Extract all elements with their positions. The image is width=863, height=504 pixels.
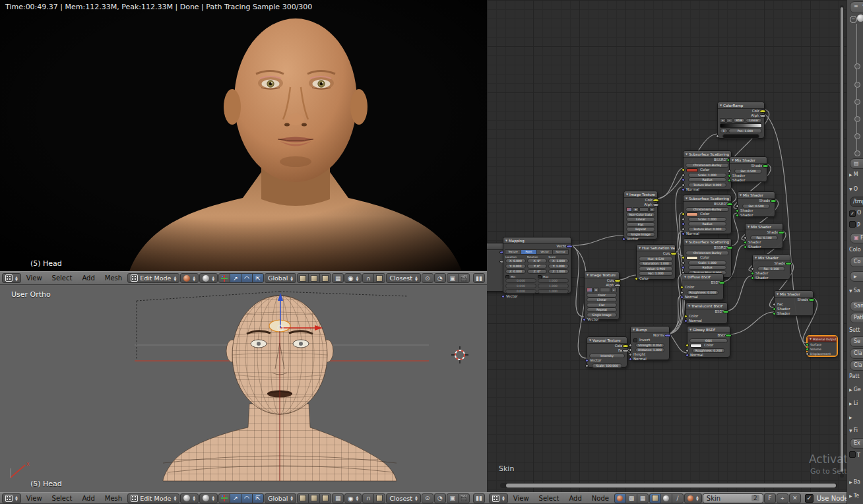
node-material-output[interactable]: ▼Material Output Surface Volume Displace… [807, 336, 837, 356]
scale-x-field[interactable]: X: 1.000 [548, 259, 569, 263]
node-subsurface-scattering-2[interactable]: ▼Subsurface Scattering BSSRDF Christense… [683, 195, 732, 234]
location-z-field[interactable]: Z: 0.000 [505, 269, 526, 274]
snap-element-button[interactable] [373, 493, 385, 503]
node-bump[interactable]: ▼Bump Normal Invert Strength: 0.050 Dist… [630, 326, 670, 360]
panel-geometry[interactable]: ▶Ge [849, 385, 863, 394]
material-name-field[interactable]: Skin 2 [703, 493, 763, 503]
socket-shader-out[interactable] [778, 231, 784, 234]
outliner-tree-dot[interactable] [854, 82, 860, 88]
menu-add[interactable]: Add [77, 495, 99, 502]
scale-slider[interactable]: Scale: 1.000 [688, 261, 726, 265]
socket-shader1-in[interactable] [736, 209, 739, 212]
manipulator-scale-button[interactable]: ⇱ [252, 273, 264, 283]
mapping-tab-point[interactable]: Point [521, 249, 537, 255]
location-y-field[interactable]: Y: 0.000 [505, 264, 526, 268]
transparent-checkbox[interactable]: T [849, 451, 863, 460]
outliner-tree-dot[interactable] [854, 99, 860, 105]
panel-collapsed[interactable]: ▶M [849, 170, 863, 179]
fac-slider[interactable]: Fac: 0.500 [734, 169, 762, 173]
socket-shader1-in[interactable] [744, 241, 747, 244]
socket-color-in[interactable] [635, 277, 638, 280]
socket-normal-in[interactable] [686, 354, 689, 357]
socket-fac-in[interactable] [751, 267, 754, 270]
snap-mode-dropdown[interactable]: Closest▲▼ [386, 273, 420, 283]
image-icon[interactable] [587, 288, 592, 292]
radius-field[interactable]: Radius [688, 177, 726, 182]
hue-slider[interactable]: Hue: 0.520 [639, 257, 673, 261]
render-still-button[interactable]: ▣ [447, 273, 459, 283]
image-open-button[interactable]: ▸ [649, 207, 655, 212]
color-swatch[interactable] [686, 168, 698, 172]
panel-output[interactable]: ▼O [849, 185, 863, 194]
manipulator-rotate-button[interactable]: ◠ [241, 273, 253, 283]
distance-slider[interactable]: Distance: 1.000 [635, 348, 664, 352]
render-animation-button[interactable]: 🎬 [458, 273, 470, 283]
face-select-button[interactable] [319, 493, 331, 503]
new-material-button[interactable]: ＋ [777, 493, 788, 503]
socket-color-out[interactable] [614, 279, 621, 282]
roughness-slider[interactable]: Roughness: 0.000 [687, 290, 719, 295]
node-hue-saturation-value[interactable]: ▼Hue Saturation Value Color Hue: 0.520 S… [636, 244, 676, 280]
invert-checkbox[interactable] [633, 338, 637, 342]
menu-select[interactable]: Select [48, 274, 77, 282]
render-animation-button[interactable]: 🎬 [458, 493, 470, 503]
node-subsurface-scattering-1[interactable]: ▼Subsurface Scattering BSSRDF Christense… [683, 150, 732, 190]
falloff-dropdown[interactable]: Christensen-Burley [686, 207, 729, 212]
vertex-select-button[interactable] [297, 273, 309, 283]
color-swatch[interactable] [690, 344, 702, 348]
outliner-tree-dot[interactable] [854, 133, 860, 139]
socket-color-in[interactable] [682, 168, 685, 172]
source-dropdown[interactable]: Single Image [587, 313, 617, 317]
node-mix-shader-5[interactable]: ▼Mix Shader Shader Fac Shader Shader [774, 290, 814, 316]
socket-shader2-in[interactable] [773, 312, 776, 315]
world-shader-button[interactable] [660, 493, 672, 503]
socket-vector-out[interactable] [566, 245, 573, 248]
socket-fac-out[interactable] [622, 349, 629, 352]
editor-type-button[interactable]: ▲▼ [2, 493, 21, 503]
scale-slider[interactable]: Scale: 100.000 [592, 363, 622, 368]
node-translucent-bsdf[interactable]: ▼Translucent BSDF BSDF Color Normal [686, 302, 728, 324]
socket-volume-in[interactable] [806, 348, 809, 351]
node-mix-shader-3[interactable]: ▼Mix Shader Shader Fac: 0.100 Shader Sha… [745, 223, 783, 249]
menu-select[interactable]: Select [534, 495, 564, 502]
outliner-editor-type-button[interactable]: ≡▲▼ [850, 1, 863, 13]
manipulator-axis-button[interactable] [218, 493, 230, 503]
fac-slider[interactable]: Fac: 0.100 [757, 267, 785, 271]
socket-alpha-out[interactable] [614, 284, 621, 287]
limit-visible-button[interactable]: ▦ [332, 493, 344, 503]
panel-collapsed-4[interactable]: ▶Te [849, 491, 863, 501]
menu-view[interactable]: View [509, 495, 534, 502]
vertical-scrollbar[interactable] [840, 5, 844, 478]
scale-y-field[interactable]: Y: 1.000 [548, 264, 569, 268]
image-name-field[interactable] [600, 288, 610, 292]
render-viewport[interactable]: Time:00:49.37 | Mem:112.33M, Peak:112.33… [0, 0, 487, 271]
outliner-tree-dot[interactable] [854, 63, 860, 69]
socket-vector-in[interactable] [585, 359, 589, 362]
menu-node[interactable]: Node [587, 495, 614, 502]
clamp-indirect-field[interactable]: Cla [850, 360, 863, 371]
properties-editor-type-button[interactable]: ▤ [850, 158, 863, 169]
viewport-shading-dropdown[interactable]: ▲▼ [180, 493, 199, 503]
snap-mode-dropdown[interactable]: Closest▲▼ [386, 493, 420, 503]
texture-blur-slider[interactable]: Texture Blur: 0.000 [688, 227, 726, 232]
panel-light-paths[interactable]: ▶Li [849, 399, 863, 408]
socket-color-out[interactable] [622, 344, 629, 348]
node-image-texture-2[interactable]: ▼Image Texture Color Alpha ≡ ▸ Color Lin… [584, 271, 620, 320]
image-browse-button[interactable]: ≡ [593, 288, 599, 292]
seed-field[interactable]: Se [850, 336, 863, 347]
socket-shader1-in[interactable] [728, 174, 731, 177]
ramp-interpolation-dropdown[interactable]: Linear [746, 118, 762, 123]
radius-field[interactable]: Radius [688, 265, 726, 270]
pivot-dropdown[interactable]: ▲▼ [199, 273, 218, 283]
socket-bssrdf-out[interactable] [726, 203, 733, 206]
strength-slider[interactable]: Strength: 0.050 [635, 343, 664, 348]
node-colorramp[interactable]: ▼ColorRamp Color Alpha + − RGB Linear 1 … [717, 102, 765, 139]
image-browse-button[interactable]: ≡ [633, 207, 639, 212]
shader-nodes-button[interactable] [614, 493, 626, 503]
socket-shader2-in[interactable] [728, 179, 731, 182]
unlink-material-button[interactable]: ✕ [789, 493, 801, 503]
color-space-dropdown[interactable]: Color [587, 293, 617, 298]
falloff-dropdown[interactable]: Christensen-Burley [686, 163, 729, 168]
menu-add[interactable]: Add [564, 495, 586, 502]
socket-color-in[interactable] [686, 344, 689, 347]
